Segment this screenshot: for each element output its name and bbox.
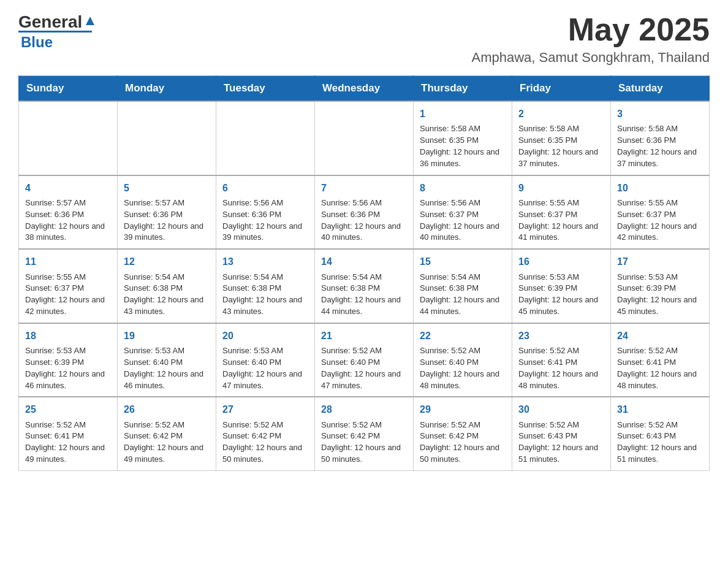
day-info: Sunrise: 5:52 AMSunset: 6:42 PMDaylight:… (420, 419, 506, 465)
day-info: Sunrise: 5:52 AMSunset: 6:42 PMDaylight:… (321, 419, 407, 465)
calendar-cell: 2Sunrise: 5:58 AMSunset: 6:35 PMDaylight… (512, 101, 611, 175)
day-number: 24 (617, 329, 703, 343)
column-header-wednesday: Wednesday (315, 76, 414, 102)
day-info: Sunrise: 5:52 AMSunset: 6:40 PMDaylight:… (420, 345, 506, 391)
calendar-cell: 3Sunrise: 5:58 AMSunset: 6:36 PMDaylight… (611, 101, 710, 175)
calendar-cell: 26Sunrise: 5:52 AMSunset: 6:42 PMDayligh… (118, 397, 216, 470)
column-header-monday: Monday (118, 76, 216, 102)
day-number: 14 (321, 255, 407, 269)
day-number: 31 (617, 402, 703, 416)
day-info: Sunrise: 5:52 AMSunset: 6:41 PMDaylight:… (518, 345, 604, 391)
day-number: 30 (518, 402, 604, 416)
calendar-cell: 21Sunrise: 5:52 AMSunset: 6:40 PMDayligh… (315, 323, 414, 397)
day-number: 22 (420, 329, 506, 343)
day-info: Sunrise: 5:57 AMSunset: 6:36 PMDaylight:… (124, 197, 210, 243)
calendar-cell: 1Sunrise: 5:58 AMSunset: 6:35 PMDaylight… (414, 101, 512, 175)
calendar-cell: 20Sunrise: 5:53 AMSunset: 6:40 PMDayligh… (216, 323, 315, 397)
calendar-cell: 29Sunrise: 5:52 AMSunset: 6:42 PMDayligh… (414, 397, 512, 470)
calendar-cell: 9Sunrise: 5:55 AMSunset: 6:37 PMDaylight… (512, 175, 611, 250)
month-title: May 2025 (472, 12, 710, 47)
page-header: General Blue May 2025 Amphawa, Samut Son… (18, 12, 710, 66)
day-info: Sunrise: 5:54 AMSunset: 6:38 PMDaylight:… (321, 272, 407, 318)
logo-triangle-icon (83, 14, 97, 28)
calendar-cell: 7Sunrise: 5:56 AMSunset: 6:36 PMDaylight… (315, 175, 414, 250)
day-info: Sunrise: 5:52 AMSunset: 6:43 PMDaylight:… (518, 419, 604, 465)
calendar-cell: 11Sunrise: 5:55 AMSunset: 6:37 PMDayligh… (19, 249, 118, 323)
calendar-cell: 8Sunrise: 5:56 AMSunset: 6:37 PMDaylight… (414, 175, 512, 250)
calendar-cell: 6Sunrise: 5:56 AMSunset: 6:36 PMDaylight… (216, 175, 315, 250)
day-number: 19 (124, 329, 210, 343)
logo-blue-text: Blue (21, 34, 53, 51)
day-info: Sunrise: 5:55 AMSunset: 6:37 PMDaylight:… (617, 197, 703, 243)
day-info: Sunrise: 5:58 AMSunset: 6:36 PMDaylight:… (617, 123, 703, 169)
day-info: Sunrise: 5:55 AMSunset: 6:37 PMDaylight:… (518, 197, 604, 243)
day-number: 7 (321, 181, 407, 195)
day-number: 13 (222, 255, 308, 269)
column-header-saturday: Saturday (611, 76, 710, 102)
day-number: 6 (222, 181, 308, 195)
day-number: 9 (518, 181, 604, 195)
title-area: May 2025 Amphawa, Samut Songkhram, Thail… (472, 12, 710, 66)
day-number: 29 (420, 402, 506, 416)
calendar-cell: 23Sunrise: 5:52 AMSunset: 6:41 PMDayligh… (512, 323, 611, 397)
day-number: 3 (617, 107, 703, 121)
day-number: 21 (321, 329, 407, 343)
day-info: Sunrise: 5:52 AMSunset: 6:41 PMDaylight:… (25, 419, 111, 465)
calendar-cell: 4Sunrise: 5:57 AMSunset: 6:36 PMDaylight… (19, 175, 118, 250)
calendar-week-row-3: 11Sunrise: 5:55 AMSunset: 6:37 PMDayligh… (19, 249, 710, 323)
day-number: 17 (617, 255, 703, 269)
calendar-cell: 16Sunrise: 5:53 AMSunset: 6:39 PMDayligh… (512, 249, 611, 323)
day-info: Sunrise: 5:52 AMSunset: 6:43 PMDaylight:… (617, 419, 703, 465)
day-info: Sunrise: 5:52 AMSunset: 6:41 PMDaylight:… (617, 345, 703, 391)
day-info: Sunrise: 5:53 AMSunset: 6:39 PMDaylight:… (25, 345, 111, 391)
logo-general-text: General (18, 12, 82, 32)
day-number: 8 (420, 181, 506, 195)
day-number: 2 (518, 107, 604, 121)
day-info: Sunrise: 5:53 AMSunset: 6:40 PMDaylight:… (222, 345, 308, 391)
day-info: Sunrise: 5:56 AMSunset: 6:36 PMDaylight:… (222, 197, 308, 243)
day-info: Sunrise: 5:53 AMSunset: 6:39 PMDaylight:… (617, 272, 703, 318)
day-info: Sunrise: 5:56 AMSunset: 6:37 PMDaylight:… (420, 197, 506, 243)
calendar-cell: 30Sunrise: 5:52 AMSunset: 6:43 PMDayligh… (512, 397, 611, 470)
day-number: 1 (420, 107, 506, 121)
calendar-cell: 12Sunrise: 5:54 AMSunset: 6:38 PMDayligh… (118, 249, 216, 323)
calendar-header-row: SundayMondayTuesdayWednesdayThursdayFrid… (19, 76, 710, 102)
column-header-tuesday: Tuesday (216, 76, 315, 102)
day-number: 15 (420, 255, 506, 269)
day-number: 25 (25, 402, 111, 416)
logo: General Blue (18, 12, 97, 51)
calendar-cell: 19Sunrise: 5:53 AMSunset: 6:40 PMDayligh… (118, 323, 216, 397)
calendar-cell (315, 101, 414, 175)
day-info: Sunrise: 5:57 AMSunset: 6:36 PMDaylight:… (25, 197, 111, 243)
day-info: Sunrise: 5:53 AMSunset: 6:39 PMDaylight:… (518, 272, 604, 318)
calendar-cell: 18Sunrise: 5:53 AMSunset: 6:39 PMDayligh… (19, 323, 118, 397)
calendar-week-row-1: 1Sunrise: 5:58 AMSunset: 6:35 PMDaylight… (19, 101, 710, 175)
day-info: Sunrise: 5:54 AMSunset: 6:38 PMDaylight:… (124, 272, 210, 318)
day-number: 20 (222, 329, 308, 343)
day-number: 12 (124, 255, 210, 269)
calendar-cell: 31Sunrise: 5:52 AMSunset: 6:43 PMDayligh… (611, 397, 710, 470)
calendar-table: SundayMondayTuesdayWednesdayThursdayFrid… (18, 75, 710, 471)
day-number: 18 (25, 329, 111, 343)
calendar-cell: 14Sunrise: 5:54 AMSunset: 6:38 PMDayligh… (315, 249, 414, 323)
day-number: 26 (124, 402, 210, 416)
day-info: Sunrise: 5:52 AMSunset: 6:42 PMDaylight:… (222, 419, 308, 465)
calendar-cell: 24Sunrise: 5:52 AMSunset: 6:41 PMDayligh… (611, 323, 710, 397)
day-info: Sunrise: 5:58 AMSunset: 6:35 PMDaylight:… (420, 123, 506, 169)
calendar-cell: 27Sunrise: 5:52 AMSunset: 6:42 PMDayligh… (216, 397, 315, 470)
calendar-cell: 28Sunrise: 5:52 AMSunset: 6:42 PMDayligh… (315, 397, 414, 470)
day-info: Sunrise: 5:52 AMSunset: 6:40 PMDaylight:… (321, 345, 407, 391)
column-header-friday: Friday (512, 76, 611, 102)
day-number: 10 (617, 181, 703, 195)
day-number: 16 (518, 255, 604, 269)
calendar-cell: 15Sunrise: 5:54 AMSunset: 6:38 PMDayligh… (414, 249, 512, 323)
day-info: Sunrise: 5:54 AMSunset: 6:38 PMDaylight:… (222, 272, 308, 318)
calendar-cell (118, 101, 216, 175)
day-info: Sunrise: 5:56 AMSunset: 6:36 PMDaylight:… (321, 197, 407, 243)
column-header-thursday: Thursday (414, 76, 512, 102)
calendar-cell (19, 101, 118, 175)
svg-marker-0 (86, 17, 94, 25)
calendar-cell (216, 101, 315, 175)
calendar-week-row-4: 18Sunrise: 5:53 AMSunset: 6:39 PMDayligh… (19, 323, 710, 397)
day-info: Sunrise: 5:53 AMSunset: 6:40 PMDaylight:… (124, 345, 210, 391)
